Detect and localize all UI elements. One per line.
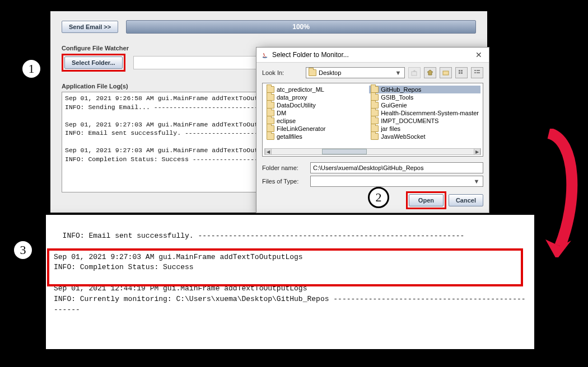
- new-folder-button[interactable]: [440, 67, 452, 78]
- list-item[interactable]: GuiGenie: [369, 101, 480, 109]
- progress-bar: 100%: [126, 20, 476, 34]
- list-item[interactable]: data_proxy: [265, 93, 369, 101]
- svg-rect-4: [459, 72, 460, 74]
- horizontal-scrollbar[interactable]: ◀ ▶: [264, 148, 481, 155]
- send-email-button[interactable]: Send Email >>: [62, 21, 118, 33]
- highlight-monitoring-line: [47, 248, 523, 286]
- list-item-label: Health-Discernment-System-master: [381, 110, 479, 116]
- svg-rect-3: [461, 70, 463, 72]
- highlight-select-folder: Select Folder...: [62, 54, 125, 72]
- output-log-panel[interactable]: INFO: Email sent successfully. ---------…: [46, 215, 534, 349]
- list-view-button[interactable]: [455, 67, 468, 78]
- list-item-label: IMPT_DOCUMENTS: [381, 117, 438, 124]
- select-folder-button[interactable]: Select Folder...: [64, 57, 123, 69]
- chevron-down-icon: ▼: [394, 69, 402, 76]
- list-item[interactable]: GSIB_Tools: [369, 93, 480, 101]
- list-item-label: FileLinkGenerator: [277, 125, 325, 132]
- up-level-button[interactable]: [408, 67, 421, 78]
- list-item-label: GuiGenie: [381, 102, 407, 109]
- list-item-label: DataDocUtility: [277, 102, 316, 109]
- list-item[interactable]: eclipse: [265, 117, 369, 125]
- java-icon: [261, 51, 269, 59]
- folder-icon: [309, 69, 316, 76]
- chevron-down-icon: ▼: [473, 178, 480, 185]
- lookin-label: Look In:: [262, 69, 302, 76]
- scroll-right-icon[interactable]: ▶: [474, 149, 480, 154]
- foldername-label: Folder name:: [262, 164, 307, 171]
- svg-rect-5: [461, 72, 463, 74]
- list-item[interactable]: IMPT_DOCUMENTS: [369, 117, 480, 125]
- list-item-label: jar files: [381, 125, 400, 132]
- svg-rect-8: [474, 72, 476, 73]
- list-item-label: GitHub_Repos: [381, 86, 421, 93]
- close-icon[interactable]: ✕: [473, 50, 484, 59]
- svg-rect-2: [459, 70, 460, 72]
- file-type-select[interactable]: ▼: [310, 176, 483, 187]
- list-item[interactable]: JavaWebSocket: [369, 133, 480, 140]
- open-button[interactable]: Open: [409, 194, 444, 206]
- list-item[interactable]: GitHub_Repos: [369, 86, 480, 93]
- svg-rect-6: [474, 70, 476, 71]
- lookin-select[interactable]: Desktop ▼: [306, 67, 405, 78]
- list-item-label: atc_predictor_ML: [277, 86, 324, 93]
- detail-view-button[interactable]: [471, 67, 483, 78]
- list-item[interactable]: Health-Discernment-System-master: [369, 109, 480, 117]
- scroll-left-icon[interactable]: ◀: [265, 149, 272, 154]
- list-item-label: GSIB_Tools: [381, 94, 413, 101]
- list-item-label: JavaWebSocket: [381, 133, 425, 140]
- list-item[interactable]: getallfiles: [265, 133, 369, 140]
- list-item-label: data_proxy: [277, 94, 307, 101]
- svg-rect-1: [443, 71, 449, 75]
- list-item-label: getallfiles: [277, 133, 302, 140]
- filetype-label: Files of Type:: [262, 178, 307, 185]
- callout-1: 1: [21, 58, 42, 79]
- list-item[interactable]: FileLinkGenerator: [265, 125, 369, 133]
- cancel-button[interactable]: Cancel: [449, 194, 483, 206]
- home-button[interactable]: [424, 67, 436, 78]
- highlight-open: Open: [406, 191, 446, 209]
- svg-rect-9: [477, 72, 480, 73]
- list-item[interactable]: atc_predictor_ML: [265, 86, 369, 93]
- callout-2: 2: [368, 187, 389, 208]
- svg-rect-7: [477, 70, 480, 71]
- list-item-label: DM: [277, 110, 286, 116]
- dialog-title-text: Select Folder to Monitor...: [272, 51, 349, 59]
- file-list[interactable]: atc_predictor_MLdata_proxyDataDocUtility…: [262, 83, 483, 157]
- svg-rect-0: [412, 72, 417, 76]
- list-item[interactable]: DM: [265, 109, 369, 117]
- arrow-icon: [538, 129, 582, 257]
- dialog-titlebar: Select Folder to Monitor... ✕: [256, 48, 489, 63]
- folder-name-input[interactable]: [310, 162, 483, 173]
- progress-label: 100%: [292, 23, 310, 31]
- list-item[interactable]: DataDocUtility: [265, 101, 369, 109]
- callout-3: 3: [12, 239, 34, 261]
- folder-icon: [371, 133, 379, 140]
- list-item-label: eclipse: [277, 117, 296, 124]
- folder-icon: [267, 133, 274, 140]
- list-item[interactable]: jar files: [369, 125, 480, 133]
- lookin-value: Desktop: [319, 69, 341, 76]
